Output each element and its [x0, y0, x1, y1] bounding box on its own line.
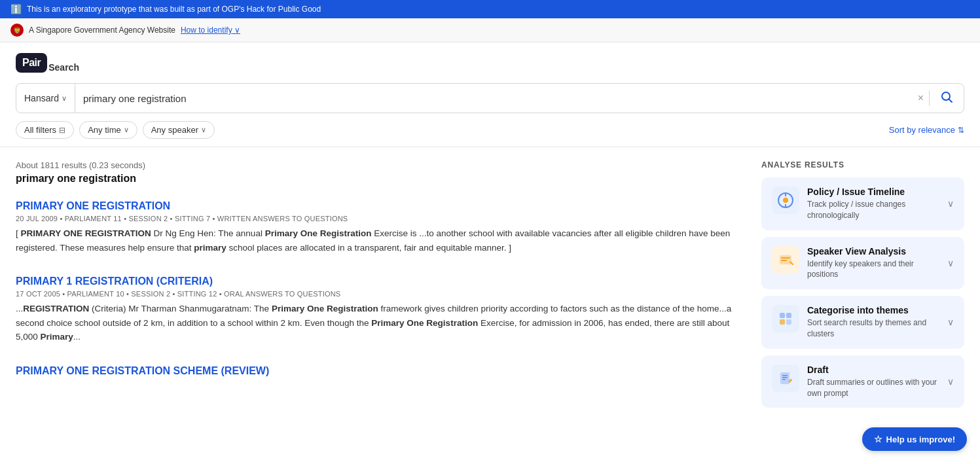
search-source-label: Hansard [24, 93, 59, 103]
filter-row: All filters ⊟ Any time ∨ Any speaker ∨ S… [16, 121, 964, 147]
logo-label: Search [48, 62, 79, 73]
search-icon [940, 90, 953, 107]
svg-rect-12 [786, 319, 791, 325]
svg-rect-10 [786, 313, 791, 318]
svg-rect-15 [782, 377, 788, 378]
chevron-down-icon: ∨ [947, 258, 954, 268]
gov-identify-link[interactable]: How to identify ∨ [181, 26, 240, 35]
timeline-icon-wrap [772, 187, 799, 214]
close-icon: × [918, 92, 924, 104]
speaker-card-text: Speaker View Analysis Identify key speak… [807, 246, 939, 281]
result-meta-1: 20 JUL 2009 • PARLIAMENT 11 • SESSION 2 … [16, 215, 735, 223]
header: Pair Search Hansard ∨ × All filters ⊟ [0, 43, 980, 147]
svg-rect-16 [782, 379, 786, 380]
themes-icon-wrap [772, 305, 799, 332]
filter-label: All filters [24, 125, 56, 135]
speaker-icon [772, 246, 799, 274]
right-panel: ANALYSE RESULTS Policy / Issue Timeline … [761, 160, 964, 414]
clear-search-button[interactable]: × [913, 84, 929, 113]
logo-area: Pair Search [16, 53, 964, 73]
results-meta: About 1811 results (0.23 seconds) [16, 160, 735, 170]
chevron-down-icon: ∨ [62, 94, 67, 103]
speaker-card-title: Speaker View Analysis [807, 246, 939, 257]
chevron-down-icon: ∨ [124, 126, 129, 134]
analyse-header: ANALYSE RESULTS [761, 160, 964, 170]
themes-card-text: Categorise into themes Sort search resul… [807, 305, 939, 340]
results-pane: About 1811 results (0.23 seconds) primar… [16, 160, 761, 414]
speaker-card-desc: Identify key speakers and their position… [807, 259, 939, 281]
info-icon: ℹ️ [10, 4, 22, 14]
gov-banner: 🦁 A Singapore Government Agency Website … [0, 18, 980, 43]
logo-box: Pair [16, 53, 47, 73]
timeline-card-title: Policy / Issue Timeline [807, 187, 939, 197]
search-button[interactable] [930, 84, 964, 113]
result-title-1[interactable]: PRIMARY ONE REGISTRATION [16, 200, 735, 212]
result-title-2[interactable]: PRIMARY 1 REGISTRATION (CRITERIA) [16, 276, 735, 287]
analysis-card-speaker[interactable]: Speaker View Analysis Identify key speak… [761, 237, 964, 290]
result-snippet-2: ...REGISTRATION (Criteria) Mr Tharman Sh… [16, 302, 735, 344]
any-time-chip[interactable]: Any time ∨ [79, 121, 137, 139]
themes-card-desc: Sort search results by themes and cluste… [807, 317, 939, 340]
result-item-1: PRIMARY ONE REGISTRATION 20 JUL 2009 • P… [16, 200, 735, 255]
timeline-icon [772, 187, 799, 214]
gov-banner-text: A Singapore Government Agency Website [29, 26, 175, 35]
sort-icon: ⇅ [958, 126, 964, 135]
sort-label: Sort by relevance [889, 125, 955, 135]
svg-line-1 [949, 99, 953, 102]
svg-rect-13 [780, 372, 789, 384]
analysis-card-timeline[interactable]: Policy / Issue Timeline Track policy / i… [761, 177, 964, 230]
draft-icon [772, 365, 799, 392]
any-speaker-label: Any speaker [151, 125, 198, 135]
any-time-label: Any time [88, 125, 121, 135]
info-bar-text: This is an exploratory prototype that wa… [27, 5, 321, 14]
result-meta-2: 17 OCT 2005 • PARLIAMENT 10 • SESSION 2 … [16, 290, 735, 298]
svg-rect-8 [781, 260, 787, 261]
chevron-down-icon: ∨ [234, 26, 240, 35]
info-bar: ℹ️ This is an exploratory prototype that… [0, 0, 980, 18]
svg-rect-11 [780, 319, 785, 325]
svg-rect-9 [780, 313, 785, 318]
results-query: primary one registration [16, 173, 735, 185]
search-source-select[interactable]: Hansard ∨ [16, 84, 75, 113]
main-content: About 1811 results (0.23 seconds) primar… [0, 147, 980, 427]
chevron-down-icon: ∨ [201, 126, 206, 134]
draft-card-text: Draft Draft summaries or outlines with y… [807, 365, 939, 399]
gov-logo: 🦁 [10, 24, 24, 37]
themes-icon [772, 305, 799, 332]
result-title-3[interactable]: PRIMARY ONE REGISTRATION SCHEME (REVIEW) [16, 365, 735, 377]
svg-rect-14 [782, 375, 788, 376]
themes-card-title: Categorise into themes [807, 305, 939, 315]
draft-card-desc: Draft summaries or outlines with your ow… [807, 377, 939, 399]
timeline-card-desc: Track policy / issue changes chronologic… [807, 199, 939, 221]
analysis-card-themes[interactable]: Categorise into themes Sort search resul… [761, 296, 964, 349]
analysis-card-draft[interactable]: Draft Draft summaries or outlines with y… [761, 355, 964, 408]
search-bar: Hansard ∨ × [16, 83, 964, 113]
result-item-2: PRIMARY 1 REGISTRATION (CRITERIA) 17 OCT… [16, 276, 735, 344]
result-snippet-1: [ PRIMARY ONE REGISTRATION Dr Ng Eng Hen… [16, 226, 735, 255]
draft-card-title: Draft [807, 365, 939, 375]
chevron-down-icon: ∨ [947, 376, 954, 387]
search-input[interactable] [75, 84, 913, 113]
chevron-down-icon: ∨ [947, 198, 954, 209]
timeline-card-text: Policy / Issue Timeline Track policy / i… [807, 187, 939, 221]
draft-icon-wrap [772, 365, 799, 392]
speaker-icon-wrap [772, 246, 799, 274]
result-item-3: PRIMARY ONE REGISTRATION SCHEME (REVIEW) [16, 365, 735, 377]
svg-rect-7 [781, 257, 790, 259]
svg-point-3 [783, 198, 788, 203]
filter-icon: ⊟ [59, 126, 65, 135]
sort-link[interactable]: Sort by relevance ⇅ [889, 125, 964, 135]
all-filters-chip[interactable]: All filters ⊟ [16, 121, 74, 139]
chevron-down-icon: ∨ [947, 317, 954, 327]
any-speaker-chip[interactable]: Any speaker ∨ [143, 121, 215, 139]
